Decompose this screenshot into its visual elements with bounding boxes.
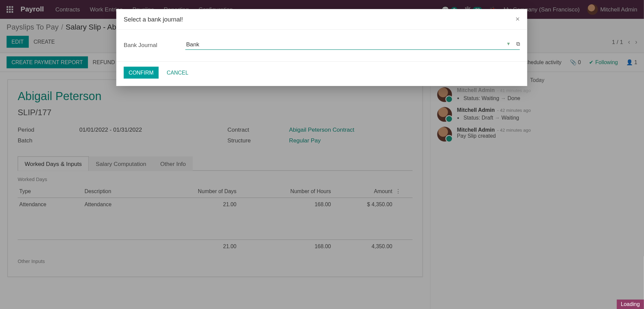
external-link-icon[interactable]: ⧉ — [516, 41, 520, 47]
dropdown-caret-icon[interactable]: ▼ — [506, 41, 511, 46]
confirm-button[interactable]: CONFIRM — [124, 67, 159, 79]
loading-indicator: Loading — [616, 300, 644, 309]
bank-journal-input[interactable] — [185, 40, 520, 50]
bank-journal-modal: Select a bank journal! × Bank Journal ▼ … — [116, 9, 527, 86]
bank-journal-label: Bank Journal — [124, 41, 185, 48]
close-icon[interactable]: × — [516, 15, 520, 24]
cancel-button[interactable]: CANCEL — [162, 67, 193, 79]
modal-title: Select a bank journal! — [124, 16, 183, 23]
